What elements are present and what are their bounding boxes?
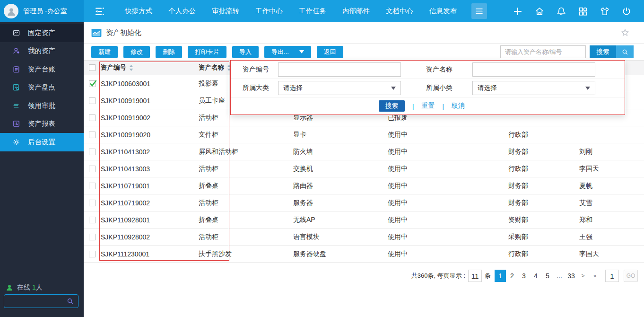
row-checkbox[interactable] [89, 200, 96, 206]
nav-item[interactable]: 文档中心 [378, 0, 421, 22]
sidebar-item[interactable]: 资产盘点 [0, 79, 84, 97]
filter-cancel-link[interactable]: 取消 [452, 102, 465, 110]
sidebar-item[interactable]: 领用审批 [0, 97, 84, 115]
go-button[interactable]: GO [624, 270, 638, 282]
nav-item[interactable]: 工作任务 [291, 0, 334, 22]
asset-name-field[interactable] [472, 62, 595, 77]
page-last[interactable]: » [589, 270, 600, 282]
cell-item-name: 无线AP [293, 216, 388, 224]
nav-item[interactable]: 审批流转 [204, 0, 247, 22]
table-row[interactable]: SJKP110928002 活动柜 语言模块 使用中 采购部 王强 [84, 229, 644, 246]
page-next[interactable]: > [577, 270, 589, 282]
nav-item[interactable]: 快捷方式 [117, 0, 160, 22]
filter-reset-link[interactable]: 重置 [421, 102, 435, 110]
cell-status: 使用中 [388, 148, 508, 156]
sidebar-item[interactable]: 后台设置 [0, 133, 84, 151]
edit-button[interactable]: 修改 [123, 46, 150, 58]
table-row[interactable]: SJKP110928001 折叠桌 无线AP 使用中 资财部 郑和 [84, 211, 644, 229]
page-ellipsis[interactable]: ... [554, 270, 565, 282]
sidebar-item[interactable]: 固定资产 [0, 24, 84, 42]
page-button-33[interactable]: 33 [566, 270, 577, 282]
row-checkbox[interactable] [89, 166, 96, 172]
goto-page-input[interactable] [605, 270, 619, 282]
table-row[interactable]: SJKP110413003 活动柜 交换机 使用中 行政部 李国天 [84, 160, 644, 177]
apps-icon[interactable] [578, 6, 588, 17]
user-chip[interactable]: 管理员 -办公室 [0, 0, 84, 22]
row-select-cell [84, 80, 101, 87]
cell-item-name: 服务器 [293, 199, 388, 207]
page-button-3[interactable]: 3 [518, 270, 530, 282]
total-count-label: 共360条, 每页显示 : [411, 272, 465, 280]
page-button-4[interactable]: 4 [530, 270, 541, 282]
cell-department: 财务部 [508, 199, 579, 207]
sidebar-menu: 固定资产 我的资产 资产台账 资产盘点 领用审批 资产报表 后台设置 [0, 22, 84, 151]
table-row[interactable]: SJKP100919020 文件柜 显卡 使用中 行政部 [84, 126, 644, 143]
export-button[interactable]: 导出... [264, 46, 311, 58]
report-icon [12, 120, 20, 128]
table-row[interactable]: SJKP110719001 折叠桌 路由器 使用中 财务部 夏帆 [84, 177, 644, 194]
header-asset-code[interactable]: 资产编号 [101, 63, 199, 72]
nav-item[interactable]: 内部邮件 [334, 0, 378, 22]
avatar [4, 4, 18, 18]
table-row[interactable]: SJKP111230001 扶手黑沙发 服务器硬盘 使用中 行政部 李国天 [84, 246, 644, 263]
cell-department: 采购部 [508, 233, 579, 241]
sidebar-item-label: 我的资产 [28, 46, 55, 55]
row-checkbox[interactable] [89, 114, 96, 121]
sidebar-item[interactable]: 我的资产 [0, 42, 84, 61]
row-select-cell [84, 166, 101, 172]
cell-item-name: 显卡 [293, 131, 388, 139]
page-button-2[interactable]: 2 [506, 270, 518, 282]
table-row[interactable]: SJKP110719002 活动柜 服务器 使用中 财务部 艾雪 [84, 194, 644, 211]
menu-button[interactable] [471, 3, 487, 19]
favorite-star-icon[interactable] [620, 28, 630, 37]
sidebar-toggle-icon[interactable] [93, 5, 105, 18]
sidebar-item[interactable]: 资产报表 [0, 115, 84, 133]
table-row[interactable]: SJKP110413002 屏风和活动柜 防火墙 使用中 财务部 刘刚 [84, 143, 644, 160]
row-checkbox[interactable] [89, 234, 96, 240]
import-button[interactable]: 导入 [232, 46, 259, 58]
asset-code-field[interactable] [278, 62, 401, 77]
cell-status: 使用中 [388, 216, 508, 224]
assets-icon [12, 29, 20, 37]
sidebar-search-input[interactable] [4, 295, 66, 308]
cell-user: 李国天 [579, 165, 644, 173]
cell-asset-code: SJKP110928002 [101, 233, 199, 241]
cell-asset-name: 活动柜 [199, 165, 293, 173]
page-button-1[interactable]: 1 [495, 270, 506, 282]
theme-icon[interactable] [600, 6, 610, 17]
search-button[interactable]: 搜索 [590, 45, 616, 58]
nav-item[interactable]: 信息发布 [421, 0, 465, 22]
page-button-5[interactable]: 5 [542, 270, 553, 282]
row-checkbox[interactable] [89, 217, 96, 223]
nav-item[interactable]: 工作中心 [247, 0, 291, 22]
delete-button[interactable]: 删除 [156, 46, 182, 58]
row-checkbox[interactable] [89, 183, 96, 189]
search-icon-button[interactable] [616, 45, 634, 58]
sidebar-item[interactable]: 资产台账 [0, 60, 84, 79]
cell-department: 行政部 [508, 250, 579, 258]
home-icon[interactable] [534, 6, 545, 17]
page-size-input[interactable] [468, 270, 482, 282]
sort-icon[interactable] [128, 64, 134, 71]
new-button[interactable]: 新建 [91, 46, 118, 58]
print-card-button[interactable]: 打印卡片 [188, 46, 226, 58]
nav-item[interactable]: 个人办公 [160, 0, 204, 22]
subcategory-select[interactable]: 请选择 [472, 81, 595, 95]
sidebar-search-icon[interactable] [66, 297, 74, 305]
row-checkbox[interactable] [89, 80, 96, 87]
logout-icon[interactable] [621, 6, 632, 17]
row-checkbox[interactable] [89, 251, 96, 257]
category-select[interactable]: 请选择 [278, 81, 401, 95]
add-icon[interactable] [513, 6, 523, 17]
select-all-checkbox[interactable] [89, 64, 96, 71]
notifications-icon[interactable] [556, 6, 566, 17]
row-checkbox[interactable] [89, 97, 96, 104]
cell-asset-code: SJKP100919020 [101, 131, 199, 139]
asset-search-input[interactable] [500, 45, 586, 58]
back-button[interactable]: 返回 [317, 46, 343, 58]
row-checkbox[interactable] [89, 149, 96, 155]
row-checkbox[interactable] [89, 132, 96, 138]
row-select-cell [84, 149, 101, 155]
unit-label: 条 [485, 272, 491, 280]
filter-search-button[interactable]: 搜索 [379, 100, 405, 112]
